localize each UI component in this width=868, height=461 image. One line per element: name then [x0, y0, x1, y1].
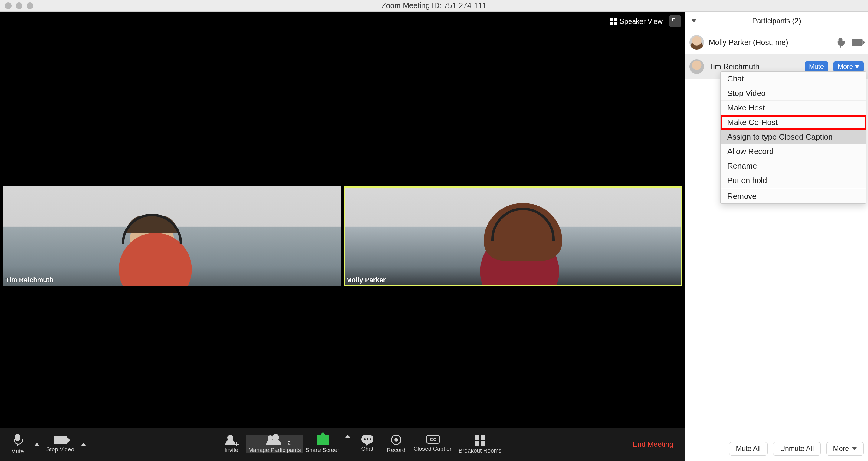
record-label: Record	[387, 447, 405, 454]
toolbar-divider	[631, 434, 631, 455]
invite-label: Invite	[224, 447, 238, 454]
chevron-up-icon	[34, 443, 39, 446]
participants-panel: Participants (2) Molly Parker (Host, me)…	[685, 11, 868, 461]
window-title: Zoom Meeting ID: 751-274-111	[381, 1, 486, 10]
grid-view-icon	[610, 19, 617, 25]
tile-name-label: Tim Reichmuth	[5, 276, 54, 284]
participants-count-badge: 2	[287, 440, 290, 447]
stop-video-button[interactable]: Stop Video	[42, 428, 79, 461]
breakout-rooms-label: Breakout Rooms	[459, 448, 501, 454]
tile-name-label: Molly Parker	[346, 276, 386, 284]
record-icon	[391, 435, 401, 445]
chat-button[interactable]: Chat	[353, 435, 382, 452]
participant-row[interactable]: Molly Parker (Host, me)	[685, 30, 868, 55]
panel-more-label: More	[833, 444, 849, 453]
invite-icon	[225, 435, 238, 445]
menu-item-make-cohost[interactable]: Make Co-Host	[721, 115, 866, 129]
mute-participant-label: Mute	[809, 63, 824, 70]
participants-header: Participants (2)	[685, 11, 868, 30]
mute-participant-button[interactable]: Mute	[805, 61, 828, 72]
chevron-up-icon	[345, 435, 350, 438]
mute-label: Mute	[11, 448, 24, 455]
manage-participants-button[interactable]: 2 Manage Participants	[246, 435, 303, 454]
participants-title: Participants (2)	[752, 17, 801, 25]
toolbar-divider	[90, 434, 90, 455]
stop-video-label: Stop Video	[46, 446, 74, 453]
share-options-caret[interactable]	[343, 435, 353, 438]
end-meeting-button[interactable]: End Meeting	[632, 440, 682, 449]
menu-item-assign-cc[interactable]: Assign to type Closed Caption	[721, 129, 866, 144]
unmute-all-label: Unmute All	[780, 444, 813, 453]
breakout-rooms-button[interactable]: Breakout Rooms	[456, 435, 504, 454]
mute-all-button[interactable]: Mute All	[729, 442, 768, 456]
panel-more-button[interactable]: More	[826, 442, 864, 456]
chevron-down-icon	[855, 65, 860, 68]
people-icon	[268, 435, 281, 445]
invite-button[interactable]: Invite	[217, 435, 246, 454]
share-screen-button[interactable]: Share Screen	[303, 435, 343, 454]
video-grid: Tim Reichmuth Molly Parker	[3, 186, 682, 286]
chevron-up-icon	[81, 443, 86, 446]
mute-all-label: Mute All	[736, 444, 761, 453]
chat-icon	[361, 435, 373, 444]
menu-item-stop-video[interactable]: Stop Video	[721, 86, 866, 100]
unmute-all-button[interactable]: Unmute All	[773, 442, 820, 456]
participant-name: Molly Parker (Host, me)	[709, 38, 831, 47]
chevron-down-icon	[691, 19, 696, 22]
participants-list: Molly Parker (Host, me) Tim Reichmuth Mu…	[685, 30, 868, 436]
chat-label: Chat	[361, 445, 373, 452]
speaker-view-label: Speaker View	[620, 18, 663, 26]
headset-icon	[122, 214, 182, 244]
menu-item-put-on-hold[interactable]: Put on hold	[721, 173, 866, 188]
titlebar: Zoom Meeting ID: 751-274-111	[0, 0, 868, 11]
panel-collapse-button[interactable]	[689, 17, 699, 25]
minimize-window-icon[interactable]	[16, 2, 22, 9]
window-traffic-lights	[5, 2, 33, 9]
fullscreen-button[interactable]	[669, 15, 681, 27]
camera-icon	[54, 436, 67, 444]
share-screen-label: Share Screen	[305, 447, 340, 454]
microphone-icon	[837, 37, 844, 47]
fullscreen-icon	[672, 18, 678, 24]
microphone-icon	[13, 434, 22, 446]
menu-item-rename[interactable]: Rename	[721, 159, 866, 173]
video-tile[interactable]: Tim Reichmuth	[3, 186, 341, 286]
mute-options-caret[interactable]	[32, 428, 42, 461]
meeting-toolbar: Mute Stop Video Invite 2 Manage Particip…	[0, 428, 685, 461]
share-screen-icon	[317, 435, 329, 445]
video-pane: Speaker View Tim Reichmuth Molly Parker	[0, 11, 685, 461]
more-participant-label: More	[838, 63, 853, 70]
close-window-icon[interactable]	[5, 2, 11, 9]
menu-item-chat[interactable]: Chat	[721, 72, 866, 86]
cc-icon: CC	[427, 435, 440, 444]
video-tile[interactable]: Molly Parker	[344, 186, 682, 286]
maximize-window-icon[interactable]	[27, 2, 33, 9]
chevron-down-icon	[852, 448, 857, 451]
manage-participants-label: Manage Participants	[248, 447, 301, 454]
breakout-rooms-icon	[474, 435, 486, 445]
more-participant-button[interactable]: More	[834, 61, 864, 72]
menu-item-make-host[interactable]: Make Host	[721, 100, 866, 115]
record-button[interactable]: Record	[382, 435, 410, 454]
participant-name: Tim Reichmuth	[709, 62, 800, 71]
participants-footer: Mute All Unmute All More	[685, 436, 868, 461]
closed-caption-label: Closed Caption	[413, 445, 453, 452]
mute-button[interactable]: Mute	[3, 428, 32, 461]
camera-icon	[851, 39, 862, 46]
avatar	[689, 59, 704, 74]
menu-item-allow-record[interactable]: Allow Record	[721, 144, 866, 159]
closed-caption-button[interactable]: CC Closed Caption	[410, 435, 456, 452]
menu-item-remove[interactable]: Remove	[721, 189, 866, 204]
video-options-caret[interactable]	[79, 428, 89, 461]
participant-more-menu: Chat Stop Video Make Host Make Co-Host A…	[720, 71, 866, 204]
speaker-view-button[interactable]: Speaker View	[606, 15, 667, 28]
avatar	[689, 35, 704, 50]
